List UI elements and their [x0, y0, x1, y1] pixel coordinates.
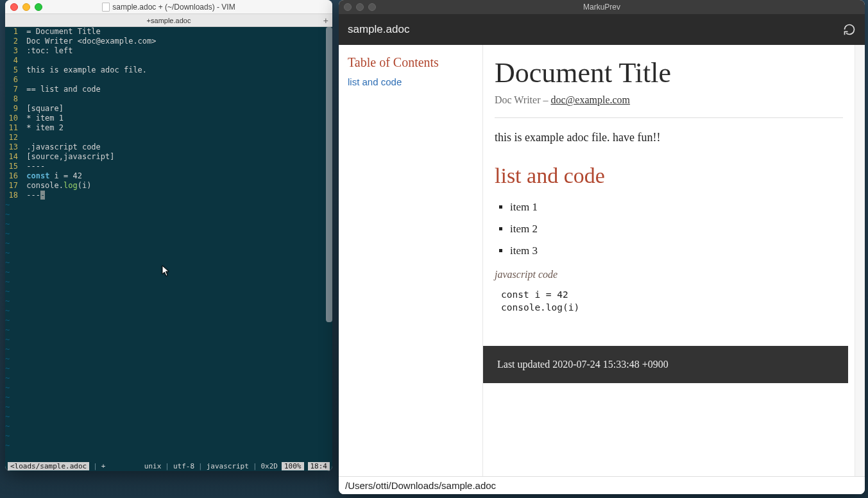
- preview-window: MarkuPrev sample.adoc Table of Contents …: [339, 0, 865, 494]
- close-icon[interactable]: [10, 3, 18, 11]
- close-icon[interactable]: [344, 3, 352, 11]
- status-hex: 0x2D: [261, 462, 278, 470]
- minimize-icon[interactable]: [356, 3, 364, 11]
- vertical-scrollbar[interactable]: [326, 27, 332, 322]
- status-file: <loads/sample.adoc: [8, 462, 89, 470]
- status-percent: 100%: [282, 462, 304, 470]
- scrollbar-track[interactable]: [855, 45, 865, 476]
- status-cursor: 18:4: [308, 462, 330, 470]
- doc-author: Doc Writer – doc@example.com: [495, 94, 843, 106]
- toc-link[interactable]: list and code: [348, 76, 402, 87]
- status-modified: +: [101, 462, 106, 470]
- author-email-link[interactable]: doc@example.com: [550, 94, 630, 105]
- preview-header: sample.adoc: [339, 14, 865, 45]
- add-tab-icon[interactable]: +: [323, 15, 328, 26]
- vim-tab-bar: +sample.adoc +: [5, 14, 332, 27]
- list-item: item 3: [510, 245, 843, 257]
- reload-icon[interactable]: [843, 23, 856, 36]
- vim-statusline: <loads/sample.adoc | + unix | utf-8 | ja…: [5, 461, 332, 471]
- vim-tab-label[interactable]: +sample.adoc: [147, 17, 191, 24]
- bullet-list: item 1item 2item 3: [495, 201, 843, 257]
- vim-window-title: sample.adoc + (~/Downloads) - VIM: [112, 3, 235, 12]
- doc-title: Document Title: [495, 56, 843, 89]
- toc-heading: Table of Contents: [348, 55, 473, 70]
- status-encoding: utf-8: [173, 462, 194, 470]
- list-item: item 1: [510, 201, 843, 214]
- minimize-icon[interactable]: [22, 3, 30, 11]
- vim-editor[interactable]: 1 = Document Title 2 Doc Writer <doc@exa…: [5, 27, 332, 461]
- zoom-icon[interactable]: [35, 3, 42, 11]
- preview-app-title: MarkuPrev: [339, 3, 865, 12]
- doc-intro: this is example adoc file. have fun!!: [495, 131, 843, 144]
- list-item: item 2: [510, 223, 843, 236]
- status-filetype: javascript: [207, 462, 249, 470]
- preview-titlebar: MarkuPrev: [339, 0, 865, 14]
- zoom-icon[interactable]: [368, 3, 376, 11]
- preview-document: Document Title Doc Writer – doc@example.…: [483, 45, 855, 476]
- section-heading: list and code: [495, 164, 843, 188]
- code-block: const i = 42 console.log(i): [501, 288, 843, 314]
- preview-filename: sample.adoc: [348, 23, 409, 36]
- vim-window: sample.adoc + (~/Downloads) - VIM +sampl…: [5, 0, 332, 471]
- status-format: unix: [144, 462, 162, 470]
- table-of-contents: Table of Contents list and code: [339, 45, 483, 476]
- preview-pathbar: /Users/otti/Downloads/sample.adoc: [339, 476, 865, 494]
- divider: [495, 117, 843, 118]
- code-caption: javascript code: [495, 269, 843, 280]
- vim-titlebar: sample.adoc + (~/Downloads) - VIM: [5, 0, 332, 14]
- file-icon: [102, 3, 110, 12]
- preview-path: /Users/otti/Downloads/sample.adoc: [345, 480, 496, 491]
- doc-footer: Last updated 2020-07-24 15:33:48 +0900: [483, 346, 848, 383]
